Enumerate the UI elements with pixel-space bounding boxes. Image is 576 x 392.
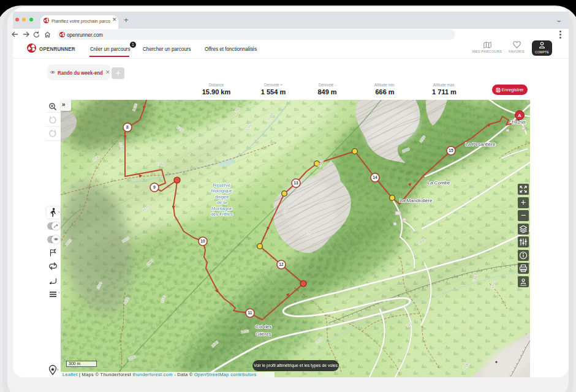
- svg-text:de la: de la: [217, 200, 227, 205]
- svg-text:11: 11: [248, 311, 252, 315]
- svg-text:15: 15: [449, 148, 453, 153]
- svg-text:Trechet: Trechet: [511, 120, 526, 124]
- svg-text:dirigée: dirigée: [215, 194, 229, 200]
- svg-text:La Mandrolière: La Mandrolière: [400, 198, 433, 203]
- svg-text:14: 14: [373, 175, 377, 179]
- svg-text:8: 8: [126, 125, 129, 129]
- svg-text:Glières: Glières: [256, 331, 271, 337]
- svg-text:A: A: [518, 113, 521, 118]
- svg-text:12: 12: [279, 262, 284, 266]
- svg-text:13: 13: [294, 181, 298, 185]
- svg-text:10: 10: [200, 239, 205, 243]
- svg-text:Réserve: Réserve: [213, 183, 230, 188]
- svg-text:Montagne: Montagne: [211, 206, 232, 211]
- svg-text:9: 9: [153, 185, 156, 189]
- svg-text:des Frêtes: des Frêtes: [211, 211, 233, 217]
- svg-text:La Combe: La Combe: [428, 180, 450, 186]
- svg-text:Col des: Col des: [255, 324, 271, 330]
- svg-text:biologique: biologique: [211, 188, 233, 194]
- svg-text:La Pesantière: La Pesantière: [465, 141, 496, 147]
